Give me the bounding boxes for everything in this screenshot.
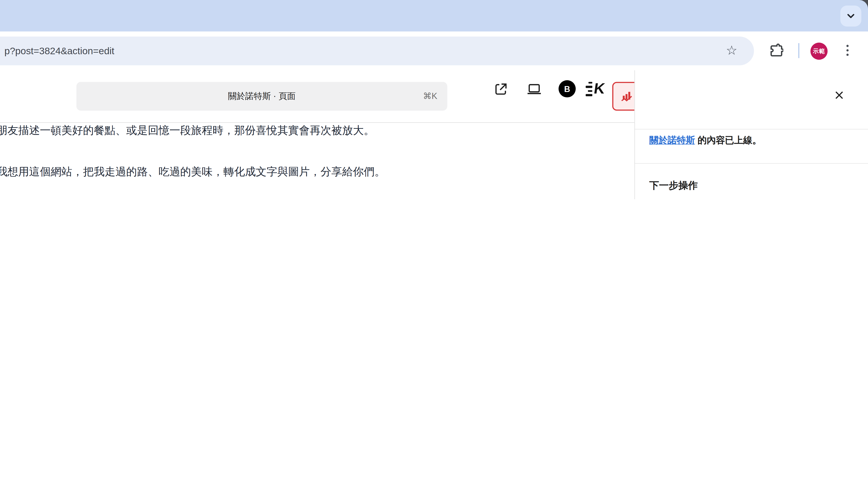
b-glyph: B [564,84,570,94]
publish-status-text: 的內容已上線。 [695,135,762,145]
speed-dashes [586,82,592,96]
browser-menu-kebab-icon[interactable] [846,45,849,56]
address-bar[interactable]: p?post=3824&action=edit ☆ [0,37,754,65]
rank-math-seo-icon [620,89,634,103]
extensions-puzzle-icon[interactable] [768,43,783,58]
profile-avatar[interactable]: 示範 [810,43,828,60]
close-sidebar-button[interactable] [831,87,847,103]
publish-status-line: 關於諾特斯 的內容已上線。 [649,134,762,147]
command-palette-bar[interactable]: 關於諾特斯 · 頁面 ⌘K [76,82,447,110]
browser-tab-strip [0,0,868,32]
paragraph[interactable]: 我想用這個網站，把我走過的路、吃過的美味，轉化成文字與圖片，分享給你們。 [0,164,385,179]
bookmark-star-icon[interactable]: ☆ [726,37,738,65]
toolbar-separator [798,43,799,58]
plugin-k-icon[interactable]: K [586,81,604,96]
document-title: 關於諾特斯 · 頁面 [76,82,447,110]
post-publish-sidebar: 關於諾特斯 的內容已上線。 下一步操作 [頁面] 項目位址 複製 檢視頁面 新增… [634,70,868,199]
paragraph[interactable]: 朋友描述一頓美好的餐點、或是回憶一段旅程時，那份喜悅其實會再次被放大。 [0,123,375,138]
divider [635,163,868,164]
close-icon [833,89,845,101]
chevron-down-icon [846,11,856,21]
laptop-preview-icon[interactable] [526,81,542,97]
browser-toolbar: p?post=3824&action=edit ☆ 示範 [0,32,868,70]
plugin-b-icon[interactable]: B [559,80,576,97]
wordpress-editor-window: p?post=3824&action=edit ☆ 示範 關於諾特斯 · 頁面 … [0,0,868,199]
external-link-icon[interactable] [493,81,509,97]
avatar-label: 示範 [813,47,825,55]
published-page-link[interactable]: 關於諾特斯 [649,135,695,145]
command-shortcut: ⌘K [423,82,437,110]
url-text[interactable]: p?post=3824&action=edit [4,37,114,65]
divider [635,129,868,129]
k-glyph: K [593,81,606,96]
next-steps-heading: 下一步操作 [649,179,698,192]
tab-search-chevron-button[interactable] [840,5,862,26]
